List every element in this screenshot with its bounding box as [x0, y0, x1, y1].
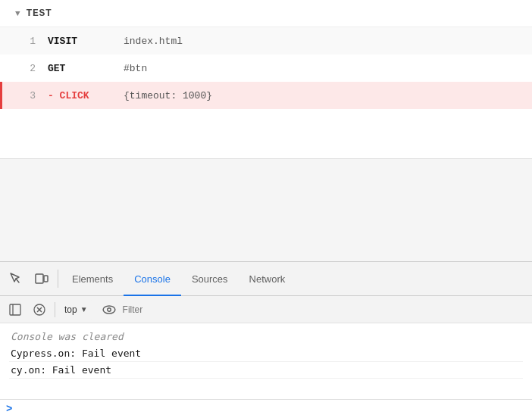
line-number-1: 1 — [17, 36, 36, 47]
command-arg-visit: index.html — [124, 36, 183, 47]
toolbar-divider — [55, 302, 55, 317]
tab-console[interactable]: Console — [124, 262, 181, 296]
test-header: ▼ TEST — [0, 0, 532, 27]
line-number-3: 3 — [17, 90, 36, 101]
test-name-label: TEST — [27, 8, 52, 19]
console-prompt-bar[interactable]: > — [0, 399, 532, 418]
line-number-2: 2 — [17, 63, 36, 74]
code-row-visit: 1 VISIT index.html — [0, 27, 532, 55]
tab-network[interactable]: Network — [239, 262, 296, 296]
sidebar-toggle-button[interactable] — [5, 299, 26, 320]
tab-sources[interactable]: Sources — [181, 262, 239, 296]
code-row-click: 3 - CLICK {timeout: 1000} — [0, 82, 532, 109]
clear-console-button[interactable] — [29, 299, 50, 320]
context-selector[interactable]: top ▼ — [60, 300, 92, 320]
command-arg-get: #btn — [124, 63, 147, 74]
console-output: Console was cleared Cypress.on: Fail eve… — [0, 323, 532, 399]
tab-elements[interactable]: Elements — [61, 262, 124, 296]
inspect-element-button[interactable] — [3, 266, 29, 292]
command-arg-click: {timeout: 1000} — [124, 90, 212, 101]
devtools-tabs-bar: Elements Console Sources Network — [0, 262, 532, 296]
console-toolbar: top ▼ — [0, 296, 532, 323]
tab-divider — [58, 270, 58, 288]
svg-point-7 — [103, 305, 115, 313]
console-line-2: cy.on: Fail event — [9, 362, 523, 379]
device-toolbar-button[interactable] — [29, 266, 55, 292]
command-visit: VISIT — [48, 36, 124, 47]
collapse-arrow-icon: ▼ — [15, 9, 20, 18]
log-levels-button[interactable] — [99, 299, 120, 320]
code-row-get: 2 GET #btn — [0, 55, 532, 82]
console-cleared-message: Console was cleared — [9, 328, 523, 345]
command-click: - CLICK — [48, 90, 124, 101]
context-label: top — [64, 304, 77, 315]
svg-point-8 — [107, 307, 111, 311]
prompt-arrow-icon: > — [6, 403, 12, 415]
svg-rect-2 — [10, 304, 20, 315]
filter-section — [99, 299, 527, 320]
command-get: GET — [48, 63, 124, 74]
filter-input[interactable] — [120, 304, 527, 315]
spacer-area — [0, 159, 532, 261]
devtools-panel: Elements Console Sources Network — [0, 261, 532, 418]
console-input[interactable] — [17, 404, 526, 415]
dropdown-arrow-icon: ▼ — [80, 305, 88, 314]
code-panel: ▼ TEST 1 VISIT index.html 2 GET #btn 3 -… — [0, 0, 532, 159]
console-line-1: Cypress.on: Fail event — [9, 345, 523, 362]
svg-rect-0 — [36, 274, 43, 283]
svg-rect-1 — [44, 276, 48, 282]
